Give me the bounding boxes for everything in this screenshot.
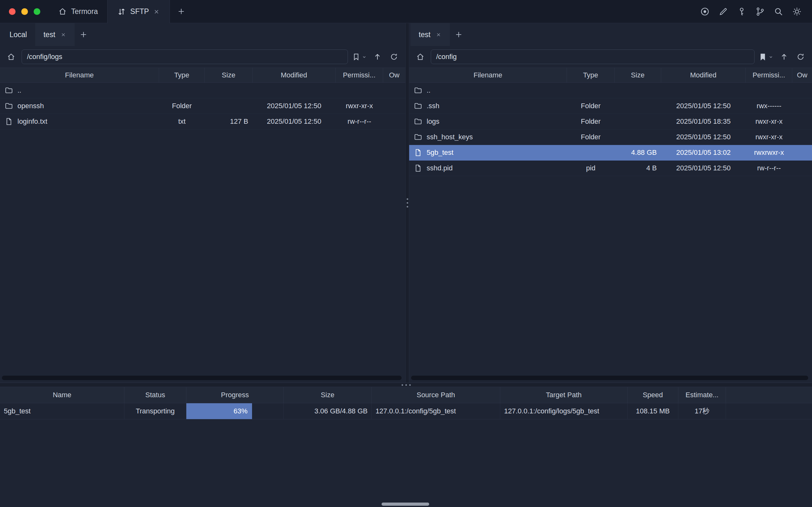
filename: logs <box>427 117 439 126</box>
file-size <box>614 129 661 145</box>
tab-sftp[interactable]: SFTP <box>107 0 170 23</box>
close-tab-button[interactable] <box>60 32 66 38</box>
search-button[interactable] <box>771 4 785 19</box>
transfers-splitter[interactable] <box>0 383 812 387</box>
sftp-main: Local test <box>0 23 812 383</box>
transfer-speed: 108.15 MB <box>628 403 679 419</box>
file-modified: 2025/01/05 12:50 <box>253 98 335 114</box>
close-tab-button[interactable] <box>153 8 160 15</box>
column-header-status[interactable]: Status <box>124 387 186 403</box>
column-header-owner[interactable]: Ow <box>383 68 405 82</box>
parent-directory-button[interactable] <box>778 50 791 64</box>
right-pane: test Filename Type Si <box>409 23 812 383</box>
column-header-progress[interactable]: Progress <box>186 387 284 403</box>
plus-icon <box>79 30 88 39</box>
tab-test-left[interactable]: test <box>35 23 74 46</box>
keys-button[interactable] <box>735 4 749 19</box>
file-type: pid <box>567 161 614 176</box>
table-row[interactable]: .. <box>0 83 405 98</box>
minimize-window-button[interactable] <box>21 8 28 15</box>
pane-splitter[interactable] <box>405 23 409 383</box>
bottom-scrollbar[interactable] <box>382 503 429 506</box>
column-header-type[interactable]: Type <box>159 68 205 82</box>
new-window-tab-button[interactable] <box>170 0 193 23</box>
home-icon <box>416 52 425 61</box>
table-row-selected[interactable]: 5gb_test 4.88 GB 2025/01/05 13:02 rwxrwx… <box>409 145 812 161</box>
horizontal-scrollbar[interactable] <box>2 376 401 380</box>
column-header-size[interactable]: Size <box>614 68 661 82</box>
file-size: 4 B <box>614 161 661 176</box>
transfer-source-path: 127.0.0.1:/config/5gb_test <box>372 403 500 419</box>
table-row[interactable]: logs Folder 2025/01/05 18:35 rwxr-xr-x <box>409 114 812 129</box>
column-header-type[interactable]: Type <box>567 68 614 82</box>
plus-icon <box>177 7 186 16</box>
path-input[interactable] <box>431 50 755 64</box>
branch-button[interactable] <box>753 4 767 19</box>
bookmark-button[interactable] <box>352 52 367 61</box>
transfers-header: Name Status Progress Size Source Path Ta… <box>0 387 812 403</box>
transfers-empty-area <box>0 419 812 507</box>
add-session-button[interactable] <box>74 23 92 46</box>
plus-icon <box>454 30 463 39</box>
home-button[interactable] <box>414 50 427 64</box>
right-path-bar <box>409 46 812 68</box>
zoom-window-button[interactable] <box>34 8 40 15</box>
column-header-source-path[interactable]: Source Path <box>372 387 500 403</box>
close-tab-button[interactable] <box>436 32 442 38</box>
transfer-arrows-icon <box>117 7 126 16</box>
column-header-target-path[interactable]: Target Path <box>500 387 628 403</box>
parent-directory-button[interactable] <box>371 50 384 64</box>
filename: .ssh <box>427 102 439 110</box>
arrow-up-icon <box>779 52 789 61</box>
arrow-up-icon <box>373 52 382 61</box>
column-header-estimate[interactable]: Estimate... <box>679 387 726 403</box>
home-button[interactable] <box>4 50 18 64</box>
transfers-panel: Name Status Progress Size Source Path Ta… <box>0 387 812 507</box>
splitter-handle-icon <box>407 198 408 208</box>
column-header-filename[interactable]: Filename <box>409 68 567 82</box>
table-row[interactable]: .. <box>409 83 812 98</box>
table-row[interactable]: .ssh Folder 2025/01/05 12:50 rwx------ <box>409 98 812 114</box>
settings-button[interactable] <box>790 4 804 19</box>
close-window-button[interactable] <box>9 8 15 15</box>
column-header-permissions[interactable]: Permissi... <box>746 68 792 82</box>
refresh-button[interactable] <box>388 50 400 64</box>
transfer-row[interactable]: 5gb_test Transporting 63% 3.06 GB/4.88 G… <box>0 403 812 419</box>
column-header-filename[interactable]: Filename <box>0 68 159 82</box>
table-row[interactable]: ssh_host_keys Folder 2025/01/05 12:50 rw… <box>409 129 812 145</box>
column-header-owner[interactable]: Ow <box>792 68 812 82</box>
left-pane-tabs: Local test <box>0 23 405 46</box>
table-row[interactable]: loginfo.txt txt 127 B 2025/01/05 12:50 r… <box>0 114 405 129</box>
bookmark-button[interactable] <box>758 52 774 61</box>
file-permissions: rw-r--r-- <box>746 161 792 176</box>
table-row[interactable]: sshd.pid pid 4 B 2025/01/05 12:50 rw-r--… <box>409 161 812 176</box>
folder-icon <box>414 117 423 126</box>
file-type: Folder <box>567 129 614 145</box>
tab-termora-label: Termora <box>71 7 98 16</box>
home-icon <box>7 52 15 61</box>
bookmark-filled-icon <box>758 52 767 61</box>
column-header-modified[interactable]: Modified <box>661 68 746 82</box>
column-header-modified[interactable]: Modified <box>253 68 335 82</box>
column-header-size[interactable]: Size <box>205 68 253 82</box>
column-header-speed[interactable]: Speed <box>628 387 679 403</box>
folder-icon <box>4 102 13 110</box>
edit-button[interactable] <box>716 4 730 19</box>
titlebar-actions <box>698 0 812 23</box>
horizontal-scrollbar[interactable] <box>411 376 808 380</box>
app-window: Termora SFTP Local te <box>0 0 812 507</box>
refresh-button[interactable] <box>794 50 807 64</box>
column-header-size[interactable]: Size <box>284 387 372 403</box>
tab-test-right[interactable]: test <box>411 23 450 46</box>
column-header-name[interactable]: Name <box>0 387 124 403</box>
pencil-icon <box>718 7 728 16</box>
record-button[interactable] <box>698 4 712 19</box>
column-header-permissions[interactable]: Permissi... <box>335 68 383 82</box>
tab-local[interactable]: Local <box>1 23 35 46</box>
table-row[interactable]: openssh Folder 2025/01/05 12:50 rwxr-xr-… <box>0 98 405 114</box>
tab-termora[interactable]: Termora <box>49 0 107 23</box>
add-session-button[interactable] <box>450 23 468 46</box>
path-input[interactable] <box>21 50 348 64</box>
file-icon <box>414 148 423 157</box>
refresh-icon <box>390 53 398 61</box>
